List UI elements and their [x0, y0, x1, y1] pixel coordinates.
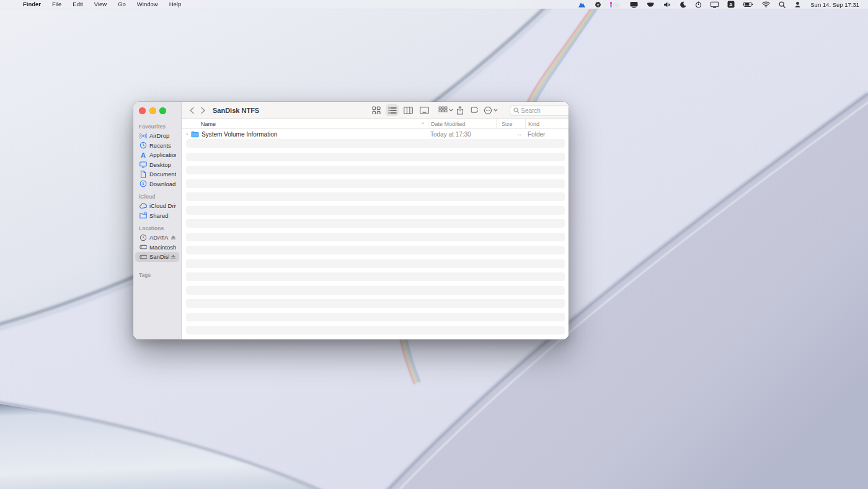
- back-button[interactable]: [189, 107, 195, 114]
- recents-clock-icon: [140, 141, 147, 149]
- menu-go[interactable]: Go: [112, 0, 131, 9]
- sidebar-item-sandisk[interactable]: SanDisk…: [135, 252, 179, 262]
- sidebar-item-icloud-drive[interactable]: iCloud Drive: [135, 201, 179, 211]
- sidebar-section-favourites: Favourites: [133, 123, 181, 131]
- sidebar-item-label: Documents: [149, 171, 176, 177]
- tag-button[interactable]: [470, 106, 478, 114]
- sidebar-section-tags: Tags: [133, 272, 181, 279]
- chevron-down-icon: [449, 109, 453, 112]
- empty-row-stripe: [186, 299, 565, 308]
- empty-row-stripe: [186, 286, 565, 295]
- menu-bar-clock[interactable]: Sun 14. Sep 17:31: [805, 1, 863, 8]
- forward-button[interactable]: [200, 107, 206, 114]
- group-by-button[interactable]: [438, 106, 453, 114]
- desktop-icon: [140, 161, 147, 168]
- empty-row-stripes: [182, 139, 569, 334]
- hard-disk-icon: [140, 253, 147, 261]
- display-app-icon[interactable]: [626, 1, 642, 8]
- finder-toolbar: SanDisk NTFS: [182, 102, 569, 119]
- eject-icon[interactable]: [170, 235, 176, 240]
- menu-view[interactable]: View: [89, 0, 112, 9]
- applications-icon: A: [140, 151, 147, 159]
- sidebar-item-adata[interactable]: ADATA H…: [135, 233, 179, 243]
- table-row[interactable]: › System Volume Information Today at 17:…: [182, 129, 569, 139]
- column-header-name[interactable]: Name ^: [182, 121, 428, 127]
- menu-window[interactable]: Window: [131, 0, 164, 9]
- user-menu-icon[interactable]: [790, 1, 805, 8]
- document-icon: [140, 171, 147, 178]
- gear-app-icon[interactable]: [590, 1, 606, 8]
- empty-row-stripe: [186, 326, 565, 334]
- sidebar-item-label: Downloads: [149, 181, 176, 187]
- minimize-button[interactable]: [149, 107, 156, 114]
- sidebar-item-label: AirDrop: [149, 132, 176, 139]
- sidebar-item-label: Desktop: [149, 161, 176, 168]
- sidebar-item-recents[interactable]: Recents: [135, 141, 179, 151]
- shared-folder-icon: [140, 212, 147, 219]
- sidebar-section-icloud: iCloud: [133, 194, 181, 201]
- timer-icon[interactable]: [691, 1, 706, 8]
- empty-row-stripe: [186, 192, 565, 201]
- sidebar-item-documents[interactable]: Documents: [135, 169, 179, 179]
- sort-ascending-icon: ^: [422, 121, 424, 127]
- empty-row-stripe: [186, 139, 565, 148]
- column-header-kind[interactable]: Kind: [525, 119, 569, 128]
- sidebar-item-label: Applications: [149, 151, 176, 158]
- file-list: › System Volume Information Today at 17:…: [182, 129, 569, 339]
- list-view-button[interactable]: [386, 104, 399, 116]
- icon-view-button[interactable]: [370, 104, 383, 116]
- input-source-icon[interactable]: A: [723, 1, 739, 8]
- sidebar-item-downloads[interactable]: Downloads: [135, 179, 179, 189]
- close-button[interactable]: [139, 107, 146, 114]
- search-icon: [513, 107, 519, 114]
- file-size: --: [496, 131, 525, 138]
- column-header-size[interactable]: Size: [496, 119, 525, 128]
- empty-row-stripe: [186, 153, 565, 161]
- svg-text:A: A: [729, 2, 733, 7]
- sidebar-item-label: iCloud Drive: [149, 202, 176, 209]
- disclosure-chevron-icon[interactable]: ›: [186, 131, 191, 137]
- sidebar-item-airdrop[interactable]: AirDrop: [135, 131, 179, 141]
- share-button[interactable]: [456, 106, 464, 115]
- sidebar-item-macintosh[interactable]: Macintosh…: [135, 243, 179, 253]
- menu-bar: Finder File Edit View Go Window Help: [0, 0, 868, 9]
- zoom-button[interactable]: [159, 107, 166, 114]
- battery-icon[interactable]: [739, 1, 758, 7]
- stats-app-icon[interactable]: [606, 1, 626, 8]
- svg-text:A: A: [141, 151, 146, 159]
- menu-finder[interactable]: Finder: [17, 0, 46, 9]
- menu-file[interactable]: File: [46, 0, 67, 9]
- sidebar-item-label: SanDisk…: [149, 253, 169, 260]
- more-actions-button[interactable]: [484, 106, 498, 115]
- cup-app-icon[interactable]: [642, 1, 659, 8]
- volume-muted-icon[interactable]: [659, 1, 675, 8]
- list-column-headers: Name ^ Date Modified Size Kind: [182, 119, 569, 129]
- sidebar-item-shared[interactable]: Shared: [135, 211, 179, 221]
- sidebar-item-applications[interactable]: A Applications: [135, 150, 179, 160]
- sidebar-item-label: Macintosh…: [149, 244, 176, 251]
- gallery-view-button[interactable]: [418, 104, 431, 116]
- eject-icon[interactable]: [170, 254, 176, 259]
- icloud-icon: [140, 202, 147, 210]
- mountain-app-icon[interactable]: [574, 1, 590, 8]
- menu-edit[interactable]: Edit: [67, 0, 88, 9]
- search-icon[interactable]: [774, 1, 790, 8]
- sidebar-item-label: Shared: [149, 212, 176, 219]
- empty-row-stripe: [186, 166, 565, 174]
- column-view-button[interactable]: [402, 104, 415, 116]
- menu-help[interactable]: Help: [164, 0, 187, 9]
- search-field[interactable]: [510, 105, 569, 116]
- sidebar-item-label: ADATA H…: [149, 234, 169, 241]
- focus-moon-icon[interactable]: [675, 1, 691, 8]
- sidebar-item-desktop[interactable]: Desktop: [135, 160, 179, 170]
- column-header-date-modified[interactable]: Date Modified: [428, 119, 496, 128]
- screen-mirroring-icon[interactable]: [706, 1, 723, 8]
- search-input[interactable]: [521, 107, 569, 114]
- wifi-icon[interactable]: [758, 1, 774, 7]
- empty-row-stripe: [186, 206, 565, 215]
- file-kind: Folder: [525, 131, 569, 138]
- window-title: SanDisk NTFS: [213, 107, 259, 114]
- downloads-icon: [140, 180, 147, 187]
- empty-row-stripe: [186, 313, 565, 321]
- file-name: System Volume Information: [202, 131, 277, 138]
